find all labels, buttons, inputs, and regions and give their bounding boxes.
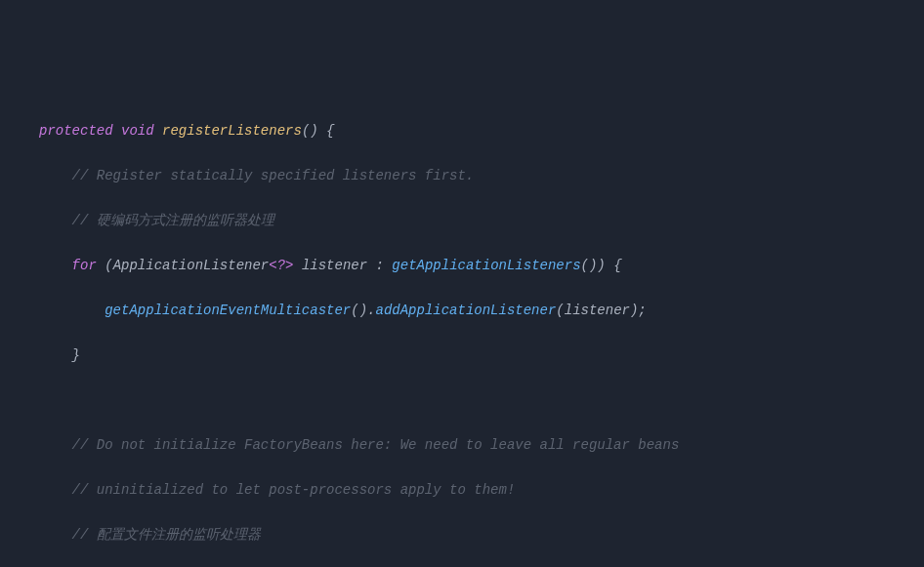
type-name: ApplicationListener xyxy=(113,258,270,273)
code-editor[interactable]: protected void registerListeners() { // … xyxy=(0,98,924,567)
code-line: } xyxy=(0,344,924,367)
comment-line: // Register statically specified listene… xyxy=(0,165,924,187)
code-line: for (ApplicationListener<?> listener : g… xyxy=(0,255,924,277)
function-call: getApplicationEventMulticaster xyxy=(105,303,351,318)
blank-line xyxy=(0,389,924,412)
comment-line: // 配置文件注册的监听处理器 xyxy=(0,524,924,547)
comment-line: // uninitialized to let post-processors … xyxy=(0,479,924,502)
keyword-protected: protected xyxy=(39,123,113,139)
comment-line: // 硬编码方式注册的监听器处理 xyxy=(0,210,924,232)
comment-line: // Do not initialize FactoryBeans here: … xyxy=(0,434,924,457)
keyword-void: void xyxy=(121,123,154,139)
code-line: protected void registerListeners() { xyxy=(0,120,924,142)
function-name: registerListeners xyxy=(162,123,302,139)
function-call: addApplicationListener xyxy=(375,303,556,318)
code-line: getApplicationEventMulticaster().addAppl… xyxy=(0,300,924,322)
punctuation: () { xyxy=(302,123,335,139)
generic-wildcard: <?> xyxy=(269,258,293,273)
keyword-for: for xyxy=(72,258,97,273)
function-call: getApplicationListeners xyxy=(384,258,581,273)
